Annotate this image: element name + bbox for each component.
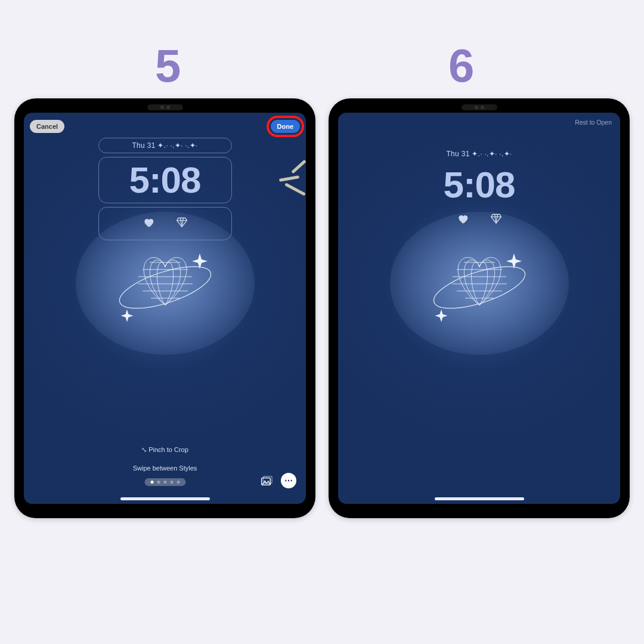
svg-point-13 [429, 258, 529, 317]
ipad-device-step-6: Rest to Open Thu 31 ✦.· ·.✦· ·.✦· 5:08 [329, 98, 630, 518]
tap-cursor-illustration [297, 134, 306, 230]
swipe-styles-hint: Swipe between Styles [24, 465, 306, 472]
front-camera-strip [462, 104, 497, 110]
ipad-device-step-5: Cancel Done Thu 31 ✦.· ·.✦· ·.✦· 5:08 [14, 98, 315, 518]
time-widget: 5:08 [413, 162, 546, 208]
pinch-to-crop-hint: ⤡ Pinch to Crop [24, 446, 306, 454]
widgets-row[interactable] [98, 207, 232, 240]
svg-point-12 [390, 212, 569, 355]
style-pager[interactable] [144, 478, 185, 486]
lockscreen-widgets-final: Thu 31 ✦.· ·.✦· ·.✦· 5:08 [413, 138, 546, 232]
photo-library-button[interactable] [258, 473, 274, 488]
heart-icon [143, 216, 154, 231]
time-text: 5:08 [129, 162, 200, 199]
tap-spark-lines [273, 157, 306, 193]
ipad-row: Cancel Done Thu 31 ✦.· ·.✦· ·.✦· 5:08 [0, 98, 644, 518]
date-text: Thu 31 ✦.· ·.✦· ·.✦· [446, 150, 512, 158]
cancel-button[interactable]: Cancel [30, 120, 64, 133]
done-button[interactable]: Done [271, 120, 301, 133]
ipad-screen-lockscreen[interactable]: Rest to Open Thu 31 ✦.· ·.✦· ·.✦· 5:08 [338, 113, 620, 504]
date-widget[interactable]: Thu 31 ✦.· ·.✦· ·.✦· [98, 138, 232, 153]
time-text: 5:08 [443, 166, 515, 203]
heart-icon [457, 213, 469, 227]
more-options-button[interactable]: ⋯ [281, 473, 296, 488]
widgets-row [413, 208, 546, 232]
ipad-screen-editor[interactable]: Cancel Done Thu 31 ✦.· ·.✦· ·.✦· 5:08 [24, 113, 306, 504]
date-text: Thu 31 ✦.· ·.✦· ·.✦· [132, 141, 197, 150]
step-number-6: 6 [448, 39, 475, 93]
wallpaper-heart-art [420, 237, 539, 356]
wallpaper-heart-art [106, 237, 225, 356]
rest-to-open-label: Rest to Open [575, 119, 612, 126]
lockscreen-widgets-editor: Thu 31 ✦.· ·.✦· ·.✦· 5:08 [98, 138, 232, 240]
diamond-icon [490, 213, 502, 227]
diamond-icon [176, 216, 188, 231]
home-indicator[interactable] [120, 497, 210, 500]
step-number-5: 5 [155, 39, 182, 93]
time-widget[interactable]: 5:08 [98, 157, 232, 203]
home-indicator[interactable] [435, 497, 524, 500]
svg-point-1 [114, 258, 215, 317]
done-highlight-ring: Done [267, 116, 305, 137]
front-camera-strip [147, 104, 183, 110]
date-widget: Thu 31 ✦.· ·.✦· ·.✦· [413, 146, 546, 162]
